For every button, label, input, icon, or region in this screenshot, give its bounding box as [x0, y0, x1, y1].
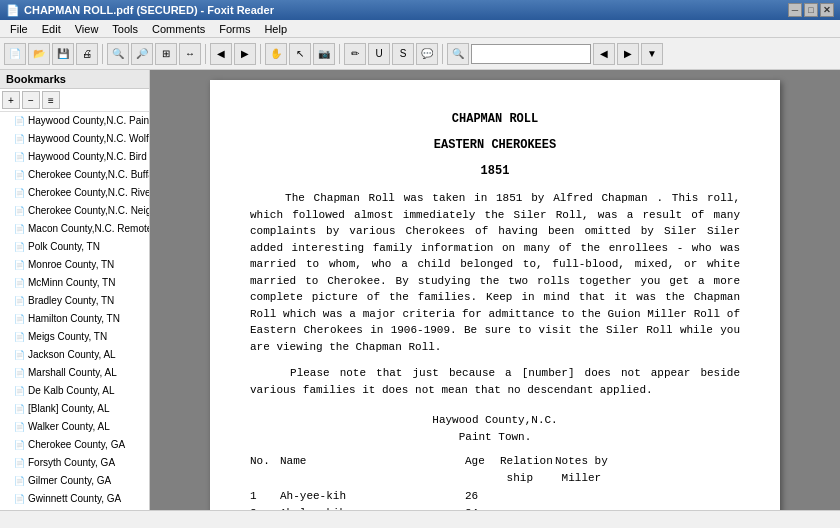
bookmark-item-21[interactable]: 📄Gwinnett County, GA: [0, 490, 149, 508]
bookmark-item-5[interactable]: 📄Cherokee County,N.C. Neighbor: [0, 202, 149, 220]
bookmark-icon: 📄: [14, 331, 25, 344]
cell-no: 2: [250, 505, 280, 511]
document-viewer[interactable]: DUNIGAN CHAPMAN ROLL EASTERN CHEROKEES 1…: [150, 70, 840, 510]
bookmark-label: Hamilton County, TN: [28, 312, 120, 326]
col-notes-header: Notes by Miller: [555, 453, 635, 486]
bookmark-item-1[interactable]: 📄Haywood County,N.C. Wolf Tow: [0, 130, 149, 148]
bookmark-item-19[interactable]: 📄Forsyth County, GA: [0, 454, 149, 472]
hand-tool-button[interactable]: ✋: [265, 43, 287, 65]
bookmark-item-6[interactable]: 📄Macon County,N.C. Remote Part: [0, 220, 149, 238]
bookmark-item-13[interactable]: 📄Jackson County, AL: [0, 346, 149, 364]
bookmark-item-3[interactable]: 📄Cherokee County,N.C. Buffalo T: [0, 166, 149, 184]
maximize-button[interactable]: □: [804, 3, 818, 17]
title-bar-left: 📄 CHAPMAN ROLL.pdf (SECURED) - Foxit Rea…: [6, 4, 274, 17]
bookmarks-collapse-button[interactable]: −: [22, 91, 40, 109]
snapshot-button[interactable]: 📷: [313, 43, 335, 65]
search-input[interactable]: [471, 44, 591, 64]
fit-width-button[interactable]: ↔: [179, 43, 201, 65]
cell-relation: [500, 488, 555, 505]
open-button[interactable]: 📂: [28, 43, 50, 65]
bookmark-item-0[interactable]: 📄Haywood County,N.C. Paint Town: [0, 112, 149, 130]
bookmark-icon: 📄: [14, 385, 25, 398]
search-prev-button[interactable]: ◀: [593, 43, 615, 65]
bookmark-item-10[interactable]: 📄Bradley County, TN: [0, 292, 149, 310]
select-button[interactable]: ↖: [289, 43, 311, 65]
bookmark-label: McMinn County, TN: [28, 276, 115, 290]
search-next-button[interactable]: ▶: [617, 43, 639, 65]
bookmark-item-15[interactable]: 📄De Kalb County, AL: [0, 382, 149, 400]
bookmarks-toolbar: + − ≡: [0, 89, 149, 112]
search-options-button[interactable]: ▼: [641, 43, 663, 65]
bookmark-item-22[interactable]: 📄Murray County, GA: [0, 508, 149, 510]
strikethrough-button[interactable]: S: [392, 43, 414, 65]
sep4: [339, 44, 340, 64]
menu-forms[interactable]: Forms: [213, 21, 256, 37]
cell-age: 24: [465, 505, 500, 511]
minimize-button[interactable]: ─: [788, 3, 802, 17]
highlight-button[interactable]: ✏: [344, 43, 366, 65]
zoom-in-button[interactable]: 🔍: [107, 43, 129, 65]
next-page-button[interactable]: ▶: [234, 43, 256, 65]
bookmark-item-12[interactable]: 📄Meigs County, TN: [0, 328, 149, 346]
bookmarks-panel: Bookmarks + − ≡ 📄Haywood County,N.C. Pai…: [0, 70, 150, 510]
bookmark-icon: 📄: [14, 457, 25, 470]
prev-page-button[interactable]: ◀: [210, 43, 232, 65]
table-rows: 1Ah-yee-kih262Ah-lee-kih24w3Wah-suh5d4So…: [250, 488, 740, 510]
main-layout: Bookmarks + − ≡ 📄Haywood County,N.C. Pai…: [0, 70, 840, 510]
bookmark-label: Cherokee County,N.C. River Val: [28, 186, 149, 200]
bookmark-label: Forsyth County, GA: [28, 456, 115, 470]
bookmark-label: [Blank] County, AL: [28, 402, 110, 416]
bookmark-icon: 📄: [14, 187, 25, 200]
sep3: [260, 44, 261, 64]
bookmark-item-7[interactable]: 📄Polk County, TN: [0, 238, 149, 256]
col-no-header: No.: [250, 453, 280, 486]
close-button[interactable]: ✕: [820, 3, 834, 17]
bookmark-icon: 📄: [14, 403, 25, 416]
bookmark-icon: 📄: [14, 439, 25, 452]
save-button[interactable]: 💾: [52, 43, 74, 65]
bookmark-item-20[interactable]: 📄Gilmer County, GA: [0, 472, 149, 490]
search-icon-btn[interactable]: 🔍: [447, 43, 469, 65]
bookmark-item-11[interactable]: 📄Hamilton County, TN: [0, 310, 149, 328]
bookmark-item-17[interactable]: 📄Walker County, AL: [0, 418, 149, 436]
bookmark-icon: 📄: [14, 295, 25, 308]
underline-button[interactable]: U: [368, 43, 390, 65]
col-age-header: Age: [465, 453, 500, 486]
sep1: [102, 44, 103, 64]
bookmark-item-4[interactable]: 📄Cherokee County,N.C. River Val: [0, 184, 149, 202]
bookmark-item-8[interactable]: 📄Monroe County, TN: [0, 256, 149, 274]
bookmark-icon: 📄: [14, 205, 25, 218]
col-relation-header: Relation ship: [500, 453, 555, 486]
bookmark-icon: 📄: [14, 475, 25, 488]
menu-file[interactable]: File: [4, 21, 34, 37]
bookmark-label: Meigs County, TN: [28, 330, 107, 344]
menu-help[interactable]: Help: [258, 21, 293, 37]
menu-comments[interactable]: Comments: [146, 21, 211, 37]
bookmark-icon: 📄: [14, 115, 25, 128]
print-button[interactable]: 🖨: [76, 43, 98, 65]
bookmarks-header: Bookmarks: [0, 70, 149, 89]
bookmark-item-14[interactable]: 📄Marshall County, AL: [0, 364, 149, 382]
menu-view[interactable]: View: [69, 21, 105, 37]
bookmark-label: De Kalb County, AL: [28, 384, 115, 398]
bookmark-icon: 📄: [14, 133, 25, 146]
menu-tools[interactable]: Tools: [106, 21, 144, 37]
bookmark-item-16[interactable]: 📄[Blank] County, AL: [0, 400, 149, 418]
cell-relation: w: [500, 505, 555, 511]
bookmark-item-18[interactable]: 📄Cherokee County, GA: [0, 436, 149, 454]
bookmark-icon: 📄: [14, 259, 25, 272]
comment-button[interactable]: 💬: [416, 43, 438, 65]
bookmark-label: Walker County, AL: [28, 420, 110, 434]
sep5: [442, 44, 443, 64]
bookmarks-options-button[interactable]: ≡: [42, 91, 60, 109]
bookmarks-expand-button[interactable]: +: [2, 91, 20, 109]
bookmark-item-9[interactable]: 📄McMinn County, TN: [0, 274, 149, 292]
bookmark-item-2[interactable]: 📄Haywood County,N.C. Bird Tow: [0, 148, 149, 166]
cell-no: 1: [250, 488, 280, 505]
fit-page-button[interactable]: ⊞: [155, 43, 177, 65]
table-container: No. Name Age Relation ship Notes by Mill…: [250, 453, 740, 510]
menu-edit[interactable]: Edit: [36, 21, 67, 37]
new-button[interactable]: 📄: [4, 43, 26, 65]
zoom-out-button[interactable]: 🔎: [131, 43, 153, 65]
document-page: DUNIGAN CHAPMAN ROLL EASTERN CHEROKEES 1…: [210, 80, 780, 510]
